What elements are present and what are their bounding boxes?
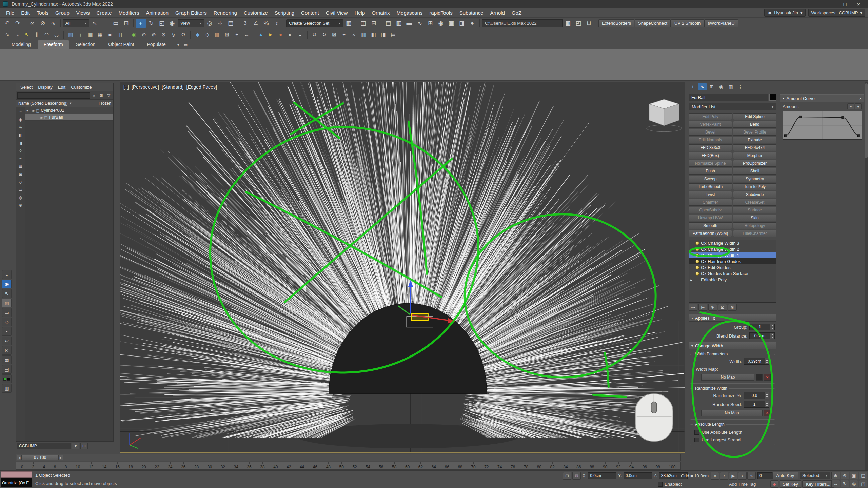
menu-item[interactable]: Edit bbox=[18, 8, 33, 17]
toggle-ribbon-icon[interactable]: ▬ bbox=[404, 19, 414, 28]
timeline-tick[interactable]: 40 bbox=[273, 462, 278, 469]
modifier-visibility-icon[interactable] bbox=[695, 260, 699, 263]
visibility-icon[interactable] bbox=[40, 115, 43, 120]
modifier-visibility-icon[interactable] bbox=[695, 266, 699, 269]
ribbon-tab[interactable]: Modeling bbox=[5, 40, 37, 49]
amount-curve-header[interactable]: ▪ Amount Curve × bbox=[780, 94, 864, 102]
ox-strand-animation-icon[interactable]: Ω bbox=[179, 30, 188, 39]
ox-view-guides-icon[interactable]: ◉ bbox=[2, 280, 12, 288]
ribbon-minimize-icon[interactable]: ▭ bbox=[182, 41, 190, 48]
ox-delete-icon[interactable]: ⊠ bbox=[2, 346, 12, 355]
explorer-display-shapes-icon[interactable]: ∿ bbox=[17, 123, 24, 131]
pan-view-icon[interactable]: ↔ bbox=[831, 480, 840, 487]
select-object-icon[interactable]: ↖ bbox=[90, 19, 100, 28]
window-crossing-icon[interactable]: ⊡ bbox=[121, 19, 131, 28]
remove-modifier-icon[interactable]: ⊠ bbox=[718, 304, 727, 311]
modifier-button[interactable]: TurboSmooth bbox=[689, 183, 732, 190]
make-unique-icon[interactable]: Ψ bbox=[708, 304, 717, 311]
explorer-display-geometry-icon[interactable]: ◉ bbox=[17, 116, 24, 123]
zoom-icon[interactable]: ⊕ bbox=[831, 472, 840, 479]
amount-curve-editor[interactable] bbox=[783, 111, 862, 140]
menu-item[interactable]: Views bbox=[73, 8, 93, 17]
explorer-display-groups-icon[interactable]: ▦ bbox=[17, 162, 24, 170]
select-and-scale-icon[interactable]: ◱ bbox=[157, 19, 167, 28]
select-and-rotate-icon[interactable]: ↻ bbox=[146, 19, 156, 28]
timeline-tick[interactable]: 62 bbox=[418, 462, 423, 469]
rapidtools-icon[interactable]: ► bbox=[266, 30, 275, 39]
toggle-layer-explorer-icon[interactable]: ▥ bbox=[394, 19, 404, 28]
timeline-tick[interactable]: 46 bbox=[313, 462, 317, 469]
percent-snap-icon[interactable]: % bbox=[261, 19, 271, 28]
timeline-tick[interactable]: 10 bbox=[76, 462, 80, 469]
modifier-button[interactable]: FFD(Box) bbox=[689, 152, 732, 159]
substance-icon[interactable]: ● bbox=[276, 30, 285, 39]
project-folder-field[interactable]: C:\Users\UI...ds Max 2022 bbox=[482, 19, 563, 27]
modifier-button[interactable]: Shell bbox=[733, 168, 776, 175]
ox-edit-guides-icon[interactable]: ↖ bbox=[22, 30, 32, 39]
current-frame-field[interactable] bbox=[757, 472, 772, 479]
auto-key-button[interactable]: Auto Key bbox=[772, 472, 798, 479]
timeline-tick[interactable]: 16 bbox=[115, 462, 120, 469]
map-slot-icon[interactable] bbox=[756, 374, 763, 381]
megascans-icon[interactable]: ▲ bbox=[256, 30, 265, 39]
align-icon[interactable]: ⊟ bbox=[369, 19, 379, 28]
menu-item[interactable]: Tools bbox=[33, 8, 52, 17]
ox-grid-icon[interactable]: ▥ bbox=[2, 384, 12, 393]
timeline-tick[interactable]: 58 bbox=[392, 462, 396, 469]
blend-distance-spinner[interactable]: 0.0cm bbox=[749, 332, 775, 339]
scene-explorer-menu-item[interactable]: Display bbox=[35, 84, 55, 91]
timeline-tick[interactable]: 12 bbox=[89, 462, 93, 469]
modifier-visibility-icon[interactable] bbox=[695, 253, 699, 257]
timeline-tick[interactable]: 28 bbox=[194, 462, 199, 469]
scene-explorer-column-header[interactable]: Name (Sorted Descending) ▼ Frozen bbox=[16, 100, 113, 107]
lights-icon[interactable]: ◧ bbox=[369, 30, 378, 39]
modifier-stack-item[interactable]: Ox Change Width 1 bbox=[689, 252, 776, 258]
timeline-tick[interactable]: 48 bbox=[326, 462, 331, 469]
modifier-button[interactable]: Bevel Profile bbox=[733, 129, 776, 136]
utilities-tab-icon[interactable]: ⊹ bbox=[736, 83, 745, 90]
modifier-stack-item[interactable]: Ox Guides from Surface bbox=[689, 270, 776, 277]
timeline-tick[interactable]: 92 bbox=[616, 462, 620, 469]
render-production-icon[interactable]: ● bbox=[467, 19, 477, 28]
timeline-tick[interactable]: 96 bbox=[643, 462, 647, 469]
menu-item[interactable]: Rendering bbox=[210, 8, 240, 17]
timeline-tick[interactable]: 70 bbox=[471, 462, 475, 469]
ox-plane-icon[interactable]: ▭ bbox=[2, 308, 12, 317]
angle-snap-icon[interactable]: ∠ bbox=[251, 19, 261, 28]
timeline-tick[interactable]: 30 bbox=[208, 462, 212, 469]
select-by-name-icon[interactable]: ≡ bbox=[100, 19, 110, 28]
timeline-tick[interactable]: 80 bbox=[537, 462, 541, 469]
explorer-display-materials-icon[interactable]: ◍ bbox=[17, 194, 24, 201]
minimize-button[interactable]: – bbox=[825, 0, 838, 8]
display-tab-icon[interactable]: ▥ bbox=[726, 83, 735, 90]
schematic-view-icon[interactable]: ⊞ bbox=[425, 19, 435, 28]
modifier-button[interactable]: FFD 4x4x4 bbox=[733, 144, 776, 151]
timeline-tick[interactable]: 44 bbox=[300, 462, 304, 469]
keyboard-shortcut-override-icon[interactable]: ▤ bbox=[225, 19, 236, 28]
configure-modifier-sets-icon[interactable]: ⋇ bbox=[728, 304, 737, 311]
scene-explorer-menu-item[interactable]: Edit bbox=[55, 84, 68, 91]
applies-to-rollout-header[interactable]: Applies To bbox=[689, 314, 776, 322]
timeline-tick[interactable]: 36 bbox=[247, 462, 251, 469]
explorer-filter-icon[interactable]: ▽ bbox=[105, 92, 112, 99]
ribbon-tab[interactable]: Freeform bbox=[38, 40, 69, 49]
explorer-display-containers-icon[interactable]: ▭ bbox=[17, 186, 24, 194]
next-frame-icon[interactable]: › bbox=[738, 472, 747, 480]
timeline-tick[interactable]: 64 bbox=[432, 462, 436, 469]
ox-strand-curling-icon[interactable]: ◡ bbox=[52, 30, 61, 39]
timeline-tick[interactable]: 50 bbox=[339, 462, 344, 469]
ox-dot-icon[interactable]: • bbox=[2, 327, 12, 336]
modifier-button[interactable]: ProOptimizer bbox=[733, 160, 776, 167]
menu-item[interactable]: Help bbox=[351, 8, 368, 17]
modifier-stack-item[interactable]: Ox Hair from Guides bbox=[689, 258, 776, 264]
spinner-snap-icon[interactable]: ↕ bbox=[272, 19, 282, 28]
ox-brush-icon[interactable]: ▨ bbox=[2, 299, 12, 307]
ox-rows-icon[interactable]: ▤ bbox=[2, 365, 12, 374]
maxscript-mini-listener[interactable]: Ornatrix: [Ox E bbox=[1, 478, 32, 487]
absolute-mode-icon[interactable]: ⊡ bbox=[563, 472, 571, 480]
zoom-region-icon[interactable]: ◱ bbox=[859, 472, 867, 479]
menu-item[interactable]: Customize bbox=[240, 8, 271, 17]
workspaces-dropdown[interactable]: Workspaces: CGBUMP ▾ bbox=[808, 9, 866, 17]
create-tab-icon[interactable]: + bbox=[688, 83, 697, 90]
frozen-column-header[interactable]: Frozen bbox=[99, 101, 111, 106]
